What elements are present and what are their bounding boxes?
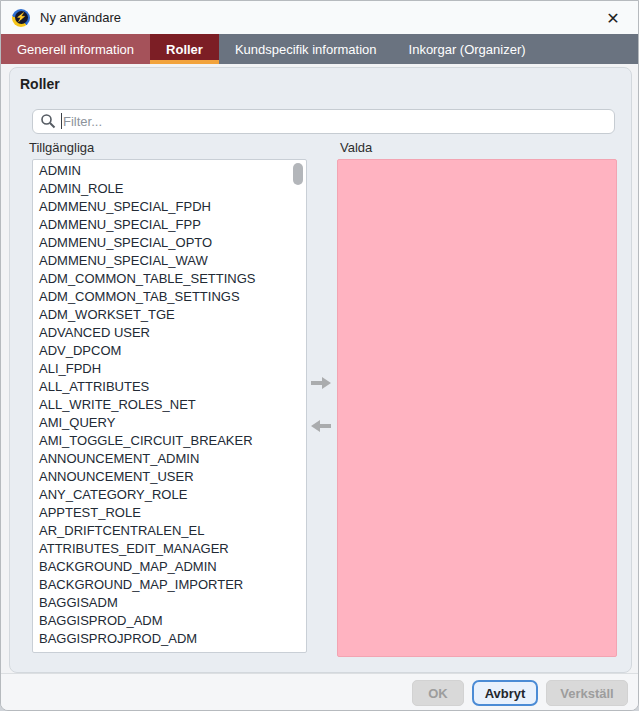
dialog-button-bar: OK Avbryt Verkställ [1,673,638,711]
role-item[interactable]: ADM_COMMON_TAB_SETTINGS [39,288,306,306]
role-item[interactable]: ADMMENU_SPECIAL_FPDH [39,198,306,216]
tab-generell-information[interactable]: Generell information [1,34,150,64]
role-item[interactable]: ADMMENU_SPECIAL_OPTO [39,234,306,252]
selected-roles-list[interactable] [337,159,617,657]
titlebar: ⚡ Ny användare ✕ [1,1,638,34]
filter-input[interactable] [32,109,615,134]
role-item[interactable]: ANNOUNCEMENT_ADMIN [39,450,306,468]
text-caret [61,113,62,129]
role-item[interactable]: ALL_ATTRIBUTES [39,378,306,396]
role-item[interactable]: ADVANCED USER [39,324,306,342]
filter-field-wrap [32,109,615,134]
role-item[interactable]: BAGGISPROJPROD_ADM [39,630,306,648]
role-item[interactable]: BAGGISADM [39,594,306,612]
role-item[interactable]: AR_DRIFTCENTRALEN_EL [39,522,306,540]
lightning-icon: ⚡ [15,11,28,24]
available-roles-list[interactable]: ADMINADMIN_ROLEADMMENU_SPECIAL_FPDHADMME… [32,159,307,653]
role-item[interactable]: BACKGROUND_MAP_ADMIN [39,558,306,576]
active-tab-underline [150,60,219,64]
new-user-dialog: ⚡ Ny användare ✕ Generell information Ro… [0,0,639,711]
role-item[interactable]: BAGGISPROD_ADM [39,612,306,630]
selected-list-label: Valda [340,140,372,155]
role-item[interactable]: BACKGROUND_MAP_IMPORTER [39,576,306,594]
search-icon [40,113,56,129]
scrollbar-thumb[interactable] [293,163,303,185]
role-item[interactable]: ADM_COMMON_TABLE_SETTINGS [39,270,306,288]
role-item[interactable]: AMI_TOGGLE_CIRCUIT_BREAKER [39,432,306,450]
panel-heading: Roller [20,76,60,92]
available-list-label: Tillgängliga [29,140,94,155]
window-title: Ny användare [40,10,121,25]
role-item[interactable]: ALI_FPDH [39,360,306,378]
move-left-icon [310,419,332,433]
role-item[interactable]: ADV_DPCOM [39,342,306,360]
apply-button[interactable]: Verkställ [546,680,628,706]
role-item[interactable]: ALL_WRITE_ROLES_NET [39,396,306,414]
role-item[interactable]: ADMMENU_SPECIAL_FPP [39,216,306,234]
role-item[interactable]: ATTRIBUTES_EDIT_MANAGER [39,540,306,558]
role-item[interactable]: ANY_CATEGORY_ROLE [39,486,306,504]
tab-bar: Generell information Roller Kundspecifik… [1,34,638,64]
role-item[interactable]: BAGGISPROD [39,648,306,653]
role-item[interactable]: ADMMENU_SPECIAL_WAW [39,252,306,270]
tab-roller[interactable]: Roller [150,34,219,64]
role-item[interactable]: APPTEST_ROLE [39,504,306,522]
tab-kundspecifik-information[interactable]: Kundspecifik information [219,34,393,64]
move-right-icon [310,376,332,390]
roles-panel: Roller Tillgängliga Valda ADMINADMIN_ROL… [9,67,632,673]
role-item[interactable]: ADM_WORKSET_TGE [39,306,306,324]
role-item[interactable]: ADMIN [39,162,306,180]
ok-button[interactable]: OK [412,680,464,706]
remove-role-button[interactable] [308,416,334,436]
tab-inkorgar-organizer[interactable]: Inkorgar (Organizer) [393,34,542,64]
role-item[interactable]: AMI_QUERY [39,414,306,432]
role-item[interactable]: ANNOUNCEMENT_USER [39,468,306,486]
close-icon[interactable]: ✕ [600,5,626,31]
cancel-button[interactable]: Avbryt [472,680,538,706]
add-role-button[interactable] [308,373,334,393]
role-item[interactable]: ADMIN_ROLE [39,180,306,198]
app-icon: ⚡ [12,9,30,27]
